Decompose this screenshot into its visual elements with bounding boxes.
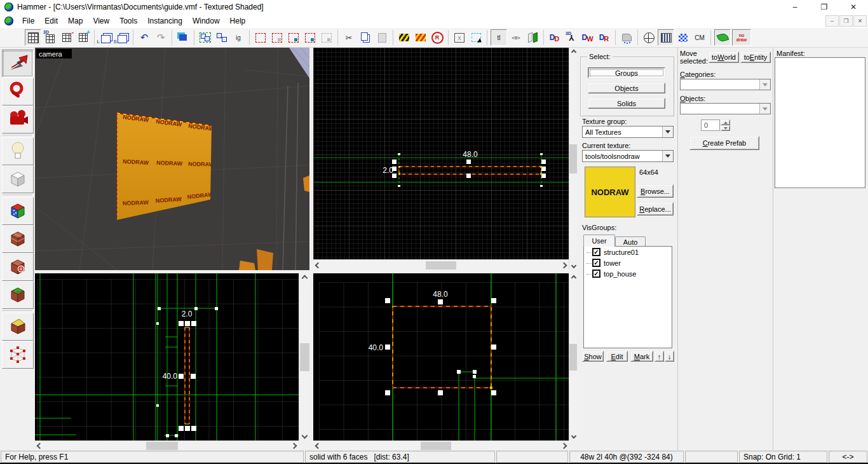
nodraw-toggle-button[interactable]: nodraw [732, 29, 751, 46]
hide-items-button[interactable] [302, 30, 318, 45]
to-world-button[interactable]: toWorld [709, 51, 739, 63]
select-groups-button[interactable]: Groups [588, 67, 665, 78]
redo-button[interactable]: ↷ [153, 30, 168, 45]
tab-visgroups-user[interactable]: User [583, 235, 615, 247]
scroll-up-icon[interactable] [300, 273, 309, 283]
visgroups-show-button[interactable]: Show [582, 351, 604, 362]
categories-combo[interactable] [680, 79, 771, 90]
prefab-count-field[interactable]: 0 [701, 119, 720, 131]
toggle-world-button[interactable]: DW [580, 30, 595, 45]
clipping-tool-button[interactable] [2, 313, 34, 341]
viewport-3d[interactable]: NODRAW NODRAW NODRAW NODRAW NODRAW NODRA… [35, 48, 309, 270]
menu-file[interactable]: File [17, 15, 39, 27]
grid-3d-toggle-button[interactable]: 3D [43, 30, 58, 45]
close-button[interactable]: ✕ [839, 0, 868, 14]
viewport-2d-top[interactable]: 48.0 2.0 [313, 48, 569, 259]
scroll-left-icon[interactable] [313, 261, 323, 270]
texture-application-tool-button[interactable] [2, 197, 34, 225]
replace-button[interactable]: Replace... [637, 202, 674, 215]
texture-window-button[interactable] [658, 29, 674, 46]
overlay-tool-button[interactable] [2, 281, 34, 309]
browse-button[interactable]: Browse... [637, 184, 674, 198]
h-scrollbar-side2d[interactable] [313, 440, 569, 451]
spinner-up-icon[interactable] [721, 119, 730, 125]
foliage-toggle-button[interactable] [714, 29, 731, 46]
grid-smaller-button[interactable]: - [59, 30, 74, 45]
visgroup-row-tower[interactable]: ✓ tower [584, 257, 672, 268]
cut-button[interactable]: ✂ [341, 30, 356, 45]
magnify-tool-button[interactable] [2, 78, 34, 106]
visgroup-checkbox[interactable]: ✓ [592, 248, 600, 256]
smoothing-groups-button[interactable] [641, 30, 656, 45]
chevron-down-icon[interactable] [662, 151, 673, 161]
show-hidden-button[interactable] [286, 30, 301, 45]
visgroup-move-up-button[interactable]: ↑ [654, 351, 664, 362]
carve-button[interactable] [175, 30, 191, 45]
scroll-left-icon[interactable] [313, 441, 323, 451]
h-scrollbar-front2d[interactable] [35, 440, 299, 451]
visgroup-checkbox[interactable]: ✓ [592, 270, 600, 278]
mdi-minimize-button[interactable]: – [825, 15, 839, 27]
viewport-2d-front[interactable]: 2.0 40.0 [35, 273, 299, 440]
mdi-close-button[interactable]: ✕ [853, 15, 867, 27]
v-scrollbar-top2d[interactable] [569, 48, 578, 270]
toggle-ropes-button[interactable]: DR [597, 30, 612, 45]
scroll-thumb[interactable] [426, 261, 456, 270]
tab-visgroups-auto[interactable]: Auto [615, 236, 646, 247]
radius-culling-button[interactable]: R [430, 30, 445, 45]
undo-button[interactable]: ↶ [137, 30, 152, 45]
menu-tools[interactable]: Tools [114, 15, 142, 27]
objects-combo[interactable] [680, 103, 771, 114]
apply-current-texture-button[interactable] [2, 225, 34, 253]
visgroup-move-down-button[interactable]: ↓ [665, 351, 674, 362]
scroll-right-icon[interactable] [559, 441, 569, 451]
vertex-tool-button[interactable] [2, 341, 34, 369]
decal-tool-button[interactable] [2, 253, 34, 281]
viewport-2d-side[interactable]: 48.0 40.0 [313, 273, 569, 440]
cordon-edit-button[interactable] [397, 30, 412, 45]
hide-selected-button[interactable] [253, 30, 268, 45]
menu-view[interactable]: View [88, 15, 114, 27]
visgroup-checkbox[interactable]: ✓ [592, 259, 600, 267]
h-scrollbar-top2d[interactable] [313, 259, 569, 271]
visgroups-edit-button[interactable]: Edit [606, 351, 628, 362]
minimize-button[interactable]: – [780, 0, 810, 14]
menu-help[interactable]: Help [225, 15, 251, 27]
grid-toggle-button[interactable] [25, 29, 41, 46]
scroll-thumb[interactable] [300, 343, 309, 371]
block-tool-button[interactable] [2, 165, 34, 193]
selection-tool-button[interactable] [2, 50, 34, 78]
color-mode-button[interactable]: CM [692, 30, 707, 45]
group-button[interactable] [198, 30, 213, 45]
spinner-down-icon[interactable] [721, 125, 730, 131]
scroll-right-icon[interactable] [559, 261, 569, 270]
select-cursor-button[interactable] [468, 30, 484, 45]
chevron-down-icon[interactable] [759, 104, 770, 114]
manifest-listbox[interactable] [775, 57, 865, 188]
ignore-groups-button[interactable]: ig [231, 30, 246, 45]
hide-unselected-button[interactable] [269, 30, 285, 45]
v-scrollbar-front2d[interactable] [299, 273, 310, 440]
load-window-state-button[interactable]: L [98, 30, 113, 45]
create-prefab-button[interactable]: Create Prefab [689, 136, 759, 150]
texture-lock-button[interactable]: tl [491, 29, 507, 46]
scroll-down-icon[interactable] [300, 431, 309, 440]
show-all-button[interactable] [319, 30, 334, 45]
select-touching-button[interactable]: x [452, 30, 467, 45]
menu-edit[interactable]: Edit [39, 15, 63, 27]
camera-tool-button[interactable] [2, 106, 34, 133]
select-solids-button[interactable]: Solids [588, 98, 665, 109]
ungroup-button[interactable] [214, 30, 229, 45]
chevron-down-icon[interactable] [662, 126, 673, 137]
model-fade-preview-button[interactable]: 3DY [564, 30, 579, 45]
chevron-down-icon[interactable] [759, 79, 770, 90]
scroll-thumb[interactable] [421, 442, 451, 450]
cordon-toggle-button[interactable] [413, 30, 428, 45]
copy-button[interactable] [358, 30, 373, 45]
menu-map[interactable]: Map [63, 15, 88, 27]
menu-instancing[interactable]: Instancing [142, 15, 187, 27]
scroll-right-icon[interactable] [289, 441, 299, 451]
visgroup-row-structure01[interactable]: ✓ structure01 [584, 247, 672, 257]
grid-larger-button[interactable]: + [76, 30, 91, 45]
helpers-toggle-button[interactable] [619, 30, 634, 45]
